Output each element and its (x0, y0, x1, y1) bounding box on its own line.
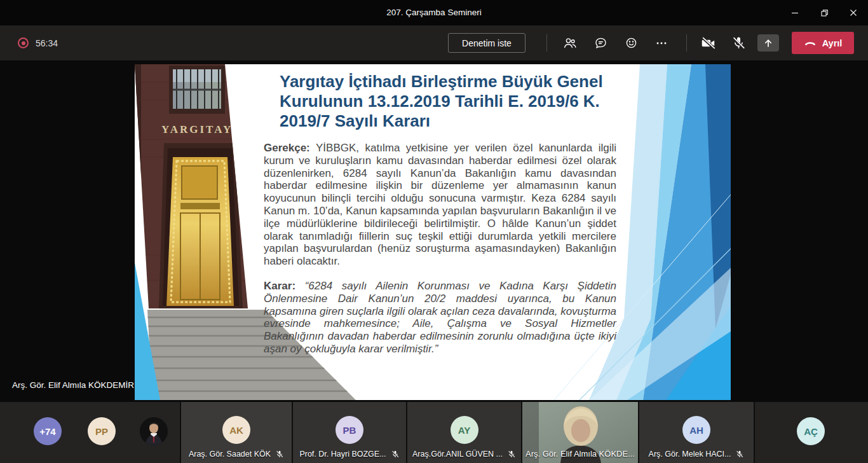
presentation-slide: YARGITAY (135, 64, 731, 400)
request-control-button[interactable]: Denetim iste (448, 33, 526, 53)
mic-off-icon (507, 450, 516, 459)
screen-share-stage: YARGITAY (0, 60, 868, 402)
participant-name-label: Prof. Dr. Hayri BOZGE... (299, 450, 386, 459)
restore-icon (820, 9, 829, 17)
mic-off-icon (275, 450, 284, 459)
window-title-bar: 207. Çarşamba Semineri (0, 0, 868, 25)
more-icon (654, 36, 668, 50)
presenter-name-overlay: Arş. Gör. Elif Almıla KÖKDEMİR (12, 380, 134, 390)
karar-text: “6284 sayılı Ailenin Korunması ve Kadına… (264, 280, 616, 355)
meeting-timer: 56:34 (36, 38, 58, 48)
participant-name-label: Araş.Gör.ANIL GÜVEN ... (412, 450, 503, 459)
reactions-button[interactable] (618, 33, 644, 53)
record-icon (18, 38, 29, 48)
teams-meeting-window: 207. Çarşamba Semineri 56:34 Denetim ist… (0, 0, 868, 463)
mic-off-icon (391, 450, 400, 459)
people-icon (562, 36, 578, 51)
participant-avatar-pp[interactable]: PP (88, 417, 116, 445)
chat-icon (593, 36, 608, 50)
participant-video-tile-elif-kokdemir[interactable]: Arş. Gör. Elif Almıla KÖKDE... (522, 402, 638, 463)
mic-off-icon (731, 35, 747, 51)
window-title: 207. Çarşamba Semineri (0, 0, 868, 25)
participant-region-ac: AÇ (755, 402, 868, 463)
man-portrait-photo (140, 417, 168, 445)
minimize-icon (791, 9, 799, 17)
karar-paragraph: Karar: “6284 sayılı Ailenin Korunması ve… (264, 280, 616, 356)
building-sign-text: YARGITAY (161, 123, 233, 135)
close-button[interactable] (839, 0, 868, 25)
recording-indicator: 56:34 (18, 25, 58, 60)
overflow-count-badge[interactable]: +74 (34, 417, 62, 445)
restore-button[interactable] (810, 0, 839, 25)
participant-bar: +74 PP AK Araş. Gör. Saadet KÖK (0, 402, 868, 463)
participant-avatar-photo[interactable] (140, 417, 168, 445)
meeting-toolbar: 56:34 Denetim iste (0, 25, 868, 60)
participant-name-label: Arş. Gör. Melek HACI... (649, 450, 731, 459)
mic-off-icon (735, 450, 744, 459)
participant-name-label: Arş. Gör. Elif Almıla KÖKDE... (526, 449, 635, 459)
camera-toggle-button[interactable] (696, 33, 721, 53)
participant-tile-melek-haci[interactable]: AH Arş. Gör. Melek HACI... (639, 402, 754, 463)
participant-avatar-ay: AY (451, 416, 478, 444)
gerekce-paragraph: Gerekçe: YİBBGK, katılma yetkisine yer v… (264, 142, 616, 268)
close-icon (850, 9, 857, 17)
reactions-icon (624, 36, 639, 50)
window-controls (780, 0, 868, 25)
participant-overflow-region: +74 PP (0, 402, 180, 463)
mic-toggle-button[interactable] (726, 33, 751, 53)
toolbar-divider (686, 34, 687, 52)
participant-avatar-ak: AK (222, 416, 250, 444)
minimize-button[interactable] (780, 0, 810, 25)
participant-name-label: Araş. Gör. Saadet KÖK (189, 450, 271, 459)
camera-off-icon (700, 35, 717, 52)
gerekce-label: Gerekçe: (264, 142, 310, 154)
more-options-button[interactable] (649, 33, 674, 53)
participant-tile-saadet-kok[interactable]: AK Araş. Gör. Saadet KÖK (181, 402, 292, 463)
leave-button-label: Ayrıl (822, 38, 843, 48)
hang-up-icon (804, 37, 817, 50)
participant-tile-hayri-bozge[interactable]: PB Prof. Dr. Hayri BOZGE... (293, 402, 406, 463)
share-tray-button[interactable] (757, 34, 779, 52)
share-up-arrow-icon (763, 38, 773, 48)
slide-body: Gerekçe: YİBBGK, katılma yetkisine yer v… (264, 142, 616, 368)
participant-avatar-pb: PB (336, 416, 363, 444)
slide-title: Yargıtay İçtihadı Birleştirme Büyük Gene… (280, 72, 626, 131)
participant-avatar-ac[interactable]: AÇ (797, 417, 825, 445)
participant-tile-anil-guven[interactable]: AY Araş.Gör.ANIL GÜVEN ... (407, 402, 521, 463)
participants-button[interactable] (557, 33, 583, 53)
chat-button[interactable] (588, 33, 613, 53)
participant-avatar-ah: AH (682, 416, 710, 444)
toolbar-divider (546, 34, 547, 52)
gerekce-text: YİBBGK, katılma yetkisine yer verilen öz… (264, 142, 616, 267)
leave-button[interactable]: Ayrıl (792, 32, 854, 54)
karar-label: Karar: (264, 280, 295, 292)
